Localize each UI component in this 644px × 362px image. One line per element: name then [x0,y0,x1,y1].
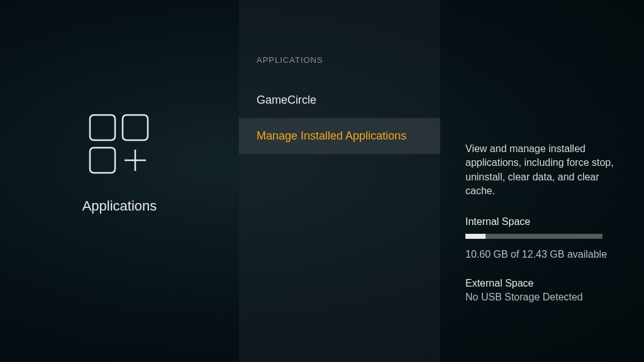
menu-panel: APPLICATIONS GameCircle Manage Installed… [239,0,440,362]
applications-icon [85,110,154,179]
svg-rect-2 [90,148,115,173]
internal-space-label: Internal Space [465,216,619,228]
detail-panel: View and manage installed applications, … [440,0,644,362]
internal-space-text: 10.60 GB of 12.43 GB available [465,248,619,261]
menu-item-gamecircle[interactable]: GameCircle [239,82,440,118]
menu-item-manage-installed-applications[interactable]: Manage Installed Applications [239,118,440,154]
svg-rect-1 [123,115,148,140]
internal-space-progress-fill [465,234,486,239]
svg-rect-0 [90,115,115,140]
external-space-label: External Space [465,278,619,289]
internal-space-progress [465,234,602,239]
external-space-text: No USB Storage Detected [465,292,619,303]
item-description: View and manage installed applications, … [465,142,619,199]
section-title: Applications [82,198,157,214]
left-panel: Applications [0,0,239,362]
menu-header: APPLICATIONS [239,55,440,82]
